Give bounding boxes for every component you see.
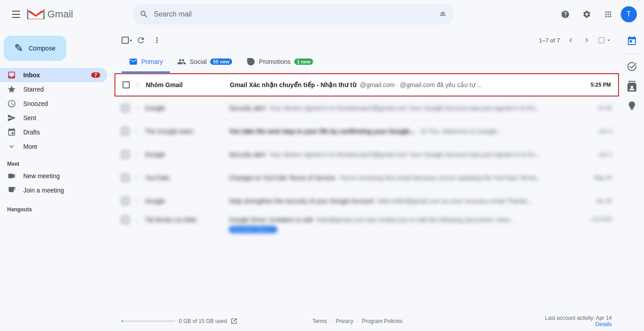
email-snippet: hello@gmail.com has invited you to edit … xyxy=(317,216,584,223)
inbox-icon xyxy=(7,71,16,80)
tasks-icon-button[interactable] xyxy=(623,58,641,75)
help-button[interactable] xyxy=(556,5,574,23)
hamburger-menu-button[interactable] xyxy=(7,5,25,23)
sidebar-item-join-meeting[interactable]: Join a meeting xyxy=(0,183,107,197)
tab-promotions[interactable]: Promotions 1 new xyxy=(239,52,320,73)
sidebar-item-new-meeting[interactable]: New meeting xyxy=(0,169,107,183)
contacts-icon-button[interactable] xyxy=(623,77,641,95)
email-row: ☆ YouTube Changes to YouTube Terms of Se… xyxy=(114,166,619,189)
email-content: Gmail Xác nhận chuyển tiếp - Nhận thư từ… xyxy=(230,81,584,88)
keep-icon-button[interactable] xyxy=(623,97,641,115)
search-bar xyxy=(132,4,454,25)
email-row: ☆ Tài khoản cá nhân Google Drive: Invita… xyxy=(114,213,619,241)
email-subject: Google Drive: Invitation to edit xyxy=(229,216,313,223)
search-icon xyxy=(140,10,148,19)
footer: 0 GB of 15 GB used Terms · Privacy · Pro… xyxy=(114,311,619,331)
promotions-tab-badge: 1 new xyxy=(294,59,314,65)
sender-name: Nhóm Gmail xyxy=(146,81,226,88)
main-content: ▾ 1–7 of 7 xyxy=(114,0,619,331)
sender-name: Google xyxy=(145,197,225,205)
hangouts-label: Hangouts xyxy=(0,205,114,214)
email-row: ☆ Google Help strengthen the security of… xyxy=(114,189,619,213)
snoozed-label: Snoozed xyxy=(23,100,100,107)
email-snippet: hello.hello@gmail.com as your recovery e… xyxy=(377,197,589,205)
select-all-checkbox[interactable] xyxy=(122,37,129,44)
tab-primary-label: Primary xyxy=(141,58,163,65)
promotions-tab-icon xyxy=(246,57,255,66)
email-subject: Security alert xyxy=(229,105,266,112)
email-time: Jun 3 xyxy=(599,151,612,158)
email-subject: Security alert xyxy=(229,151,266,158)
sidebar-item-snoozed[interactable]: Snoozed xyxy=(0,96,107,111)
settings-button[interactable] xyxy=(578,5,596,23)
policies-link[interactable]: Program Policies xyxy=(362,318,402,324)
terms-link[interactable]: Terms xyxy=(313,318,327,324)
starred-label: Starred xyxy=(23,86,100,93)
next-page-button[interactable] xyxy=(580,33,594,47)
email-subject: You take the next step in your life by c… xyxy=(229,128,417,135)
email-snippet: Hi Thu, Welcome to Google... xyxy=(420,128,592,135)
new-meeting-icon xyxy=(7,172,16,180)
layout-options-button[interactable] xyxy=(597,33,612,47)
attachment-chip: Document Name 1 xyxy=(229,226,277,233)
meet-section: Meet New meeting Join a meeting xyxy=(0,154,114,201)
compose-button[interactable]: ✎ Compose xyxy=(4,36,66,61)
email-row[interactable]: ☆ Nhóm Gmail Gmail Xác nhận chuyển tiếp … xyxy=(114,73,619,96)
email-snippet: Your device signed in to thuedocsach@gma… xyxy=(269,151,592,158)
sender-name: YouTube xyxy=(145,174,225,181)
email-row: ☆ Google Security alert Your device sign… xyxy=(114,143,619,166)
more-label: More xyxy=(23,143,100,150)
compose-label: Compose xyxy=(29,45,55,52)
email-checkbox xyxy=(122,197,129,205)
details-link[interactable]: Details xyxy=(595,321,612,327)
email-subject: Gmail Xác nhận chuyển tiếp - Nhận thư từ xyxy=(230,81,356,88)
star-button: ☆ xyxy=(132,127,141,136)
inbox-badge: 7 xyxy=(91,72,100,78)
footer-links: Terms · Privacy · Program Policies xyxy=(313,318,402,324)
email-time: Jul 30 xyxy=(597,105,612,111)
storage-fill xyxy=(122,320,123,322)
star-button: ☆ xyxy=(132,150,141,159)
privacy-link[interactable]: Privacy xyxy=(336,318,353,324)
star-button: ☆ xyxy=(132,216,141,225)
tab-social[interactable]: Social 50 new xyxy=(170,52,239,73)
last-activity: Last account activity: Apr 14 Details xyxy=(545,315,612,327)
sidebar-item-sent[interactable]: Sent xyxy=(0,111,107,125)
avatar[interactable]: T xyxy=(621,6,637,22)
drafts-icon xyxy=(7,128,16,137)
more-options-button[interactable] xyxy=(150,33,164,47)
tab-promotions-label: Promotions xyxy=(259,58,291,65)
sidebar-item-inbox[interactable]: Inbox 7 xyxy=(0,68,107,82)
filter-icon[interactable] xyxy=(438,10,447,19)
tab-primary[interactable]: Primary xyxy=(122,52,170,73)
sent-label: Sent xyxy=(23,114,100,122)
sidebar-item-drafts[interactable]: Drafts xyxy=(0,125,107,139)
join-meeting-icon xyxy=(7,186,16,195)
primary-tab-icon xyxy=(129,57,138,66)
compose-plus-icon: ✎ xyxy=(14,43,23,54)
select-all-chevron[interactable]: ▾ xyxy=(130,38,132,43)
drafts-label: Drafts xyxy=(23,129,100,136)
email-checkbox xyxy=(122,128,129,135)
join-meeting-label: Join a meeting xyxy=(23,187,100,194)
star-button[interactable]: ☆ xyxy=(133,80,142,89)
star-button: ☆ xyxy=(132,173,141,182)
search-input[interactable] xyxy=(154,10,433,18)
right-sidebar xyxy=(619,0,644,331)
email-checkbox xyxy=(122,105,129,112)
refresh-button[interactable] xyxy=(134,33,148,47)
star-nav-icon xyxy=(7,85,16,94)
sent-icon xyxy=(7,113,16,122)
prev-page-button[interactable] xyxy=(564,33,578,47)
sidebar-item-starred[interactable]: Starred xyxy=(0,82,107,96)
sidebar: ✎ Compose Inbox 7 Starred Snoozed xyxy=(0,0,114,331)
email-snippet: Your device signed in to thuedocsach@gma… xyxy=(269,105,590,112)
email-checkbox[interactable] xyxy=(123,81,130,88)
apps-button[interactable] xyxy=(599,5,617,23)
calendar-icon-button[interactable] xyxy=(623,32,641,50)
email-subject: Help strengthen the security of your Goo… xyxy=(229,197,374,205)
email-time: 12/14/20 xyxy=(591,216,612,222)
social-tab-icon xyxy=(177,57,186,66)
select-all-checkbox-wrapper[interactable]: ▾ xyxy=(122,37,132,44)
sidebar-item-more[interactable]: More xyxy=(0,139,107,154)
